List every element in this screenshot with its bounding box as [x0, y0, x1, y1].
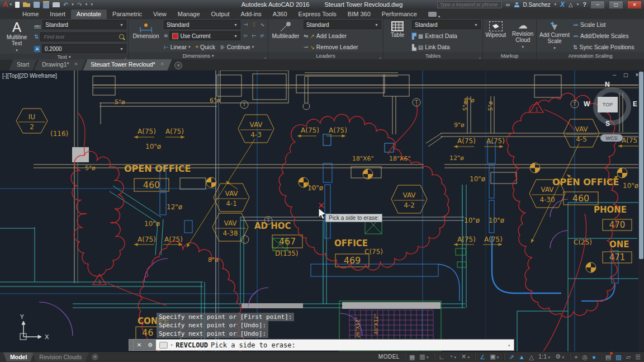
new-drawing-tab-button[interactable]: + — [174, 62, 182, 69]
file-tab-steuart-tower-revcloud-[interactable]: Steuart Tower Revcloud*✕ — [83, 59, 172, 70]
record-icon[interactable] — [428, 12, 437, 17]
search-input[interactable] — [437, 1, 502, 8]
restore-button[interactable]: ▢ — [609, 1, 623, 9]
new-layout-button[interactable]: + — [92, 354, 98, 360]
command-expand-icon[interactable]: ▴ — [508, 342, 510, 347]
search-binoculars-icon[interactable]: ∞ — [506, 1, 510, 8]
dim-style-dropdown[interactable]: Standard ▼ — [164, 20, 240, 29]
leaders-panel-title[interactable]: Leaders ⌟ — [268, 52, 383, 59]
ortho-mode-icon[interactable]: ∟ — [439, 353, 445, 361]
undo-icon[interactable]: ↶ — [63, 2, 68, 7]
annotation-autoscale-icon[interactable]: △ — [529, 353, 534, 361]
tab-close-icon[interactable]: ✕ — [160, 62, 164, 67]
dynamic-input-icon[interactable]: ⇗ — [509, 353, 514, 361]
table-cell-icon[interactable]: ▛ — [412, 33, 416, 39]
file-tab-start[interactable]: Start — [9, 59, 37, 70]
table-download-icon[interactable]: ▙ — [412, 44, 416, 50]
hardware-acceleration-icon[interactable]: ● — [592, 353, 596, 361]
dialog-launcher-icon[interactable]: ⌟ — [479, 54, 481, 59]
tab-close-icon[interactable]: ✕ — [74, 62, 78, 67]
dialog-launcher-icon[interactable]: ⌟ — [264, 54, 266, 59]
leader-collect-icon[interactable]: ⇋ — [304, 33, 308, 39]
save-as-icon[interactable] — [43, 1, 49, 8]
scale-list-button[interactable]: ≔ Scale List — [573, 20, 642, 29]
leader-align-icon[interactable]: ⇀ — [304, 44, 308, 50]
text-height-dropdown[interactable]: 0.2000 ▼ — [42, 44, 126, 53]
command-customize-icon[interactable]: ⚙ — [145, 340, 156, 350]
wcs-badge[interactable]: WCS — [600, 134, 623, 142]
redo-icon[interactable]: ↷ — [77, 2, 82, 7]
multileader-button[interactable]: Multileader — [270, 20, 301, 51]
command-line-palette[interactable]: ✕ ⚙ ▾ REVCLOUD Pick a side to erase: ▴ — [129, 339, 514, 351]
ribbon-tab-insert[interactable]: Insert — [44, 10, 71, 19]
ribbon-tab-manage[interactable]: Manage — [172, 10, 206, 19]
ribbon-tab-output[interactable]: Output — [206, 10, 235, 19]
viewcube-east[interactable]: E — [633, 100, 637, 108]
redo-caret-icon[interactable]: ▾ — [86, 2, 88, 7]
recent-commands-icon[interactable] — [159, 342, 168, 349]
model-space-label[interactable]: MODEL — [378, 353, 400, 361]
customization-icon[interactable]: ☰ — [635, 353, 641, 361]
object-snap-icon[interactable]: ▣▼ — [490, 352, 499, 361]
minimize-button[interactable]: ─ — [590, 1, 605, 9]
layout-tab-revision-clouds[interactable]: Revision Clouds — [32, 352, 88, 361]
table-button[interactable]: Table — [385, 20, 410, 51]
logo-caret-icon[interactable]: ▾ — [10, 2, 12, 7]
file-tab-drawing1-[interactable]: Drawing1*✕ — [34, 59, 86, 70]
dialog-launcher-icon[interactable]: ⌟ — [124, 55, 126, 60]
tables-panel-title[interactable]: Tables ⌟ — [383, 52, 482, 59]
viewcube-south[interactable]: S — [605, 120, 610, 128]
ribbon-tab-view[interactable]: View — [148, 10, 172, 19]
layout-tab-model[interactable]: Model — [3, 352, 34, 361]
remove-leader-button[interactable]: ↘ Remove Leader — [310, 44, 358, 50]
user-avatar-icon[interactable] — [514, 2, 519, 7]
add-leader-button[interactable]: ↗ Add Leader — [310, 32, 347, 39]
scrollbar-thumb[interactable] — [639, 72, 643, 259]
palette-grip[interactable] — [129, 340, 134, 350]
text-panel-title[interactable]: Text ▾ ⌟ — [0, 54, 128, 60]
performance-monitor-icon[interactable]: ▤ — [605, 353, 611, 361]
annotation-monitor-icon[interactable]: + — [574, 353, 577, 361]
snap-mode-icon[interactable]: ▥▼ — [419, 352, 429, 361]
dialog-launcher-icon[interactable]: ⌟ — [379, 54, 381, 59]
link-data-button[interactable]: ▤ Link Data — [418, 44, 450, 50]
ribbon-tab-add-ins[interactable]: Add-ins — [235, 10, 267, 19]
sync-scale-positions-button[interactable]: ⇅ Sync Scale Positions — [573, 43, 642, 51]
help-icon[interactable]: ? — [583, 1, 586, 8]
linear-button[interactable]: ⊢ Linear ▾ — [164, 44, 190, 50]
viewcube-north[interactable]: N — [605, 81, 610, 88]
recent-commands-caret-icon[interactable]: ▾ — [171, 343, 173, 347]
add-current-scale-button[interactable]: Add Current Scale ▾ — [538, 20, 571, 51]
wipeout-button[interactable]: Wipeout — [485, 20, 507, 51]
text-style-dropdown[interactable]: Standard ▼ — [42, 20, 126, 29]
dimension-button[interactable]: Dimension — [130, 20, 162, 51]
dim-break-icon[interactable]: ⊣ — [242, 21, 249, 29]
ribbon-tab-a360[interactable]: A360 — [267, 10, 293, 19]
annotation-scale-value[interactable]: 1:1▼ — [538, 352, 551, 361]
isolate-objects-icon[interactable]: ◎ — [583, 353, 588, 361]
ribbon-tab-parametric[interactable]: Parametric — [107, 10, 148, 19]
grid-display-icon[interactable]: ▦ — [409, 353, 415, 361]
save-icon[interactable] — [34, 2, 40, 8]
drawing-window-controls[interactable]: ─ ▢ ✕ — [613, 72, 642, 78]
polar-tracking-icon[interactable]: ◔▼ — [449, 352, 457, 361]
user-name[interactable]: D.Sanchez — [523, 2, 551, 8]
add-delete-scales-button[interactable]: ≕ Add/Delete Scales — [573, 31, 642, 40]
dim-adjust-icon[interactable]: ⌶ — [250, 21, 258, 29]
qat-customize-caret-icon[interactable]: ▾ — [91, 2, 93, 7]
command-close-icon[interactable]: ✕ — [134, 340, 145, 350]
autocad-logo-icon[interactable]: A — [0, 1, 10, 8]
continue-button[interactable]: ⊪ Continue ▾ — [220, 44, 254, 50]
viewcube[interactable]: TOP N S W E — [588, 82, 636, 130]
dim-override-icon[interactable]: ⊬ — [259, 32, 266, 40]
workspace-switching-icon[interactable]: ⚙▼ — [555, 352, 565, 361]
markup-panel-title[interactable]: Markup — [483, 52, 536, 59]
table-style-dropdown[interactable]: Standard ▼ — [412, 20, 481, 29]
ribbon-tab-home[interactable]: Home — [17, 10, 44, 19]
revision-cloud-button[interactable]: ☁ Revision Cloud ▾ — [512, 20, 534, 51]
plot-icon[interactable] — [53, 2, 60, 7]
annotation-visibility-icon[interactable]: ▲ — [519, 353, 525, 361]
vertical-scrollbar[interactable] — [638, 70, 644, 351]
find-text-field[interactable] — [40, 32, 126, 41]
ribbon-tab-bim-360[interactable]: BIM 360 — [342, 10, 376, 19]
